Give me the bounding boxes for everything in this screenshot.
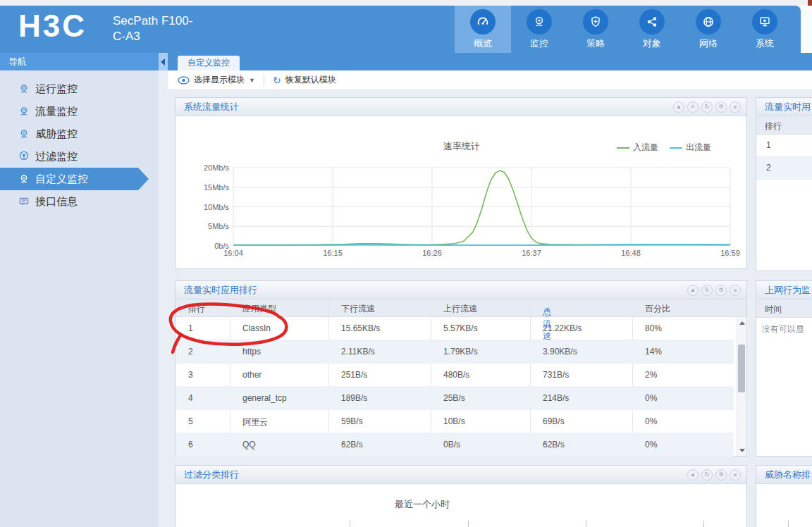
y-axis-tick: 5Mb/s [176,222,229,230]
x-axis-tick: 16:59 [715,249,746,257]
sidebar-item-label: 接口信息 [35,195,78,209]
webcam-icon [18,83,30,94]
webcam-arrows-icon [18,106,30,117]
panel-title: 上网行为监 [765,284,811,297]
h3c-logo: H3C [18,8,87,44]
close-icon[interactable]: × [730,285,741,296]
sidebar-item-label: 威胁监控 [35,128,78,141]
refresh-icon[interactable]: ↻ [701,469,713,480]
table-row[interactable]: 1ClassIn15.65KB/s5.57KB/s21.22KB/s80% [176,317,734,340]
panel-title: 威胁名称排 [765,469,811,481]
share-icon [639,9,665,35]
col-app-type[interactable]: 应用类型 [242,303,276,315]
topnav-label: 网络 [699,37,718,50]
topnav-item-system[interactable]: 系统 [737,6,793,53]
table-row[interactable]: 2https2.11KB/s1.79KB/s3.90KB/s14% [176,340,734,364]
chevron-down-icon[interactable]: ▼ [249,77,255,84]
scrollbar-thumb[interactable] [738,345,745,392]
topnav-label: 系统 [756,37,774,50]
x-axis-tick: 16:15 [317,249,348,257]
scroll-down-icon[interactable] [739,449,745,452]
col-rank[interactable]: 排行 [188,303,205,315]
gridline [586,521,586,527]
gauge-icon [470,9,496,35]
restore-default-modules-button[interactable]: 恢复默认模块 [285,74,336,86]
close-icon[interactable]: × [730,469,741,480]
system-monitor-icon [752,9,777,35]
table-row[interactable]: 4general_tcp189B/s25B/s214B/s0% [176,387,734,410]
collapse-icon[interactable]: ▲ [687,285,699,296]
col-down-rate[interactable]: 下行流速 [341,303,375,315]
shield-plus-icon [583,9,608,35]
y-axis-tick: 15Mb/s [176,183,229,192]
panel-title: 流量实时应用排行 [184,284,257,297]
topnav-item-policy[interactable]: 策略 [567,6,624,53]
col-up-rate[interactable]: 上行流速 [443,303,477,315]
webcam-icon [527,9,552,35]
table-row[interactable]: 2 [756,157,812,180]
legend-item-inbound: 入流量 [617,142,658,154]
table-row[interactable]: 3other251B/s480B/s731B/s2% [176,364,734,387]
sidebar-item-filter-monitor[interactable]: 过滤监控 [0,145,159,168]
chevron-left-icon [161,58,165,66]
y-axis-tick: 10Mb/s [176,203,229,211]
topnav-item-network[interactable]: 网络 [680,6,737,53]
refresh-icon[interactable]: ↻ [701,101,713,113]
panel-threat-ranking: 威胁名称排 [756,465,812,527]
list-icon[interactable]: ≡ [687,101,699,113]
sidebar-item-run-monitor[interactable]: 运行监控 [0,78,159,100]
app-window: H3C SecPath F100- C-A3 概览 监控 策略 [0,0,812,527]
topnav-item-monitor[interactable]: 监控 [511,6,567,53]
tab-custom-monitor[interactable]: 自定义监控 [178,56,240,70]
sidebar-item-traffic-monitor[interactable]: 流量监控 [0,100,159,123]
top-strip [0,0,812,6]
col-rank[interactable]: 排行 [765,120,782,132]
panel-app-ranking: 流量实时应用排行 ▲ ↻ ⚙ × 排行 应用类型 下行流速 上行流速 总流速▼ … [175,280,747,457]
panel-header: 上网行为监 [756,281,812,299]
close-icon[interactable]: × [730,101,741,113]
sort-desc-icon: ▼ [545,306,550,313]
panel-title: 系统流量统计 [184,101,239,113]
empty-message: 没有可以显 [762,323,804,335]
sidebar-item-custom-monitor[interactable]: 自定义监控 [0,168,138,190]
sidebar-item-threat-monitor[interactable]: 威胁监控 [0,123,159,145]
x-axis-tick: 16:37 [516,249,547,257]
table-row[interactable]: 5阿里云59B/s10B/s69B/s0% [176,410,734,433]
legend-line-green [617,147,629,149]
table-row[interactable]: 6QQ62B/s0B/s62B/s0% [176,433,734,457]
sidebar-item-label: 运行监控 [35,82,78,96]
rate-chart [233,168,730,246]
collapse-icon[interactable]: ▲ [687,469,699,480]
interface-card-icon [18,196,30,207]
col-time[interactable]: 时间 [765,304,782,316]
panel-system-traffic: 系统流量统计 ▲ ≡ ↻ ⚙ × 速率统计 入流量 出流量 20Mb/s 15M… [175,97,747,269]
panel-header: 过滤分类排行 ▲ ↻ ⚙ × [176,466,746,484]
scroll-up-icon[interactable] [739,321,745,325]
top-navigation: 概览 监控 策略 对象 网络 [455,6,793,53]
globe-icon [696,9,721,35]
table-row[interactable]: 1 [756,135,812,157]
x-axis-tick: 16:48 [615,249,646,257]
topnav-item-objects[interactable]: 对象 [624,6,680,53]
col-percent[interactable]: 百分比 [645,303,670,315]
settings-icon[interactable]: ⚙ [715,285,727,296]
refresh-icon[interactable]: ↻ [701,285,713,296]
gridline [788,521,789,527]
webcam-icon [18,173,30,185]
topnav-item-overview[interactable]: 概览 [455,6,511,53]
y-axis-tick: 20Mb/s [176,163,229,172]
tab-strip: 自定义监控 [168,53,812,70]
panel-header: 流量实时应用排行 ▲ ↻ ⚙ × [176,281,746,299]
settings-icon[interactable]: ⚙ [715,469,727,480]
topnav-label: 策略 [586,37,605,50]
select-modules-button[interactable]: 选择显示模块 [194,74,245,86]
product-name-line2: C-A3 [113,29,192,44]
settings-icon[interactable]: ⚙ [715,101,727,113]
sidebar-collapse-button[interactable] [159,53,168,70]
panel-header: 威胁名称排 [756,466,812,484]
table-scrollbar[interactable] [737,318,746,456]
collapse-icon[interactable]: ▲ [673,101,684,113]
sidebar-item-interface-info[interactable]: 接口信息 [0,190,159,213]
sidebar-item-label: 自定义监控 [35,173,88,186]
gridline [468,521,469,527]
